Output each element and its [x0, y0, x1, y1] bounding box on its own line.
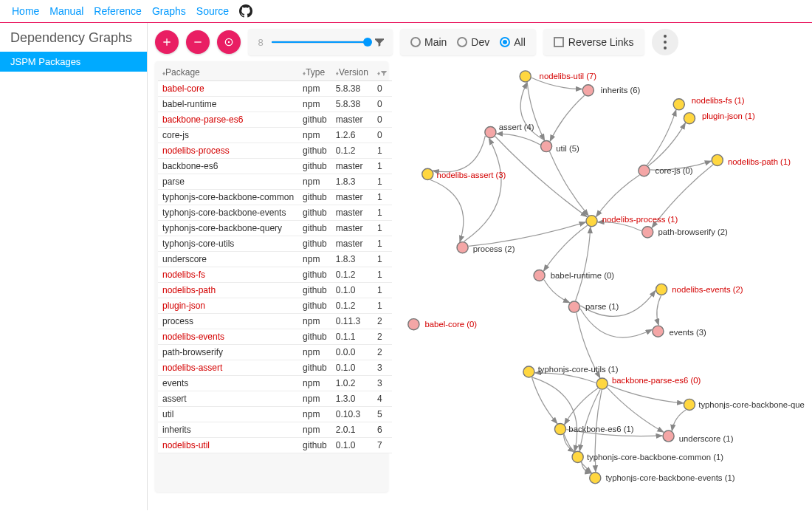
- table-row[interactable]: babel-corenpm5.8.380: [158, 81, 392, 97]
- nav-reference[interactable]: Reference: [94, 5, 142, 17]
- zoom-out-button[interactable]: [186, 30, 210, 54]
- graph-node[interactable]: babel-runtime (0): [534, 270, 614, 281]
- svg-text:inherits (6): inherits (6): [601, 86, 641, 95]
- svg-text:nodelibs-util (7): nodelibs-util (7): [540, 72, 597, 80]
- graph-node[interactable]: assert (4): [485, 123, 534, 137]
- table-row[interactable]: processnpm0.11.32: [158, 314, 392, 329]
- reset-button[interactable]: [217, 30, 241, 54]
- cell-type: npm: [298, 252, 331, 267]
- nav-manual[interactable]: Manual: [49, 5, 83, 17]
- table-row[interactable]: nodelibs-eventsgithub0.1.12: [158, 329, 392, 345]
- graph-node[interactable]: events (3): [653, 326, 706, 337]
- svg-text:util (5): util (5): [556, 144, 579, 153]
- depth-slider[interactable]: [272, 41, 368, 44]
- svg-point-42: [554, 424, 565, 435]
- cell-type: npm: [298, 174, 331, 190]
- graph-node[interactable]: babel-core (0): [408, 319, 477, 330]
- graph-node[interactable]: parse (1): [568, 301, 619, 312]
- graph-node[interactable]: underscore (1): [663, 431, 734, 443]
- svg-text:typhonjs-core-backbone-events : typhonjs-core-backbone-events (1): [605, 473, 734, 482]
- table-row[interactable]: core-jsnpm1.2.60: [158, 128, 392, 143]
- cell-package: typhonjs-core-backbone-common: [158, 190, 298, 205]
- github-icon[interactable]: [239, 4, 252, 18]
- cell-package: nodelibs-fs: [158, 267, 298, 283]
- table-row[interactable]: nodelibs-fsgithub0.1.21: [158, 267, 392, 283]
- table-row[interactable]: typhonjs-core-utilsgithubmaster1: [158, 236, 392, 252]
- cell-version: 1.8.3: [331, 252, 373, 267]
- graph-node[interactable]: backbone-es6 (1): [554, 424, 633, 435]
- svg-text:babel-core (0): babel-core (0): [425, 320, 478, 329]
- scope-main[interactable]: Main: [410, 36, 447, 48]
- graph-node[interactable]: nodelibs-assert (3): [422, 168, 506, 179]
- cell-package: parse: [158, 174, 298, 190]
- table-row[interactable]: backbone-parse-es6githubmaster0: [158, 112, 392, 128]
- cell-type: github: [298, 267, 331, 283]
- svg-text:parse (1): parse (1): [585, 302, 619, 311]
- col-version[interactable]: ♦Version: [331, 64, 373, 81]
- table-row[interactable]: typhonjs-core-backbone-querygithubmaster…: [158, 221, 392, 236]
- more-menu-button[interactable]: [652, 29, 678, 55]
- table-row[interactable]: inheritsnpm2.0.16: [158, 422, 392, 438]
- graph-node[interactable]: core-js (0): [639, 165, 693, 176]
- svg-point-2: [520, 71, 531, 82]
- col-type[interactable]: ♦Type: [298, 64, 331, 81]
- cell-type: github: [298, 329, 331, 345]
- table-row[interactable]: eventsnpm1.0.23: [158, 376, 392, 391]
- cell-count: 1: [373, 221, 392, 236]
- scope-all[interactable]: All: [500, 36, 526, 48]
- graph-node[interactable]: util (5): [541, 140, 580, 152]
- cell-count: 0: [373, 81, 392, 97]
- table-row[interactable]: typhonjs-core-backbone-eventsgithubmaste…: [158, 205, 392, 221]
- graph-node[interactable]: nodelibs-events (2): [656, 284, 743, 295]
- dependency-graph[interactable]: nodelibs-util (7)inherits (6)nodelibs-fs…: [393, 61, 805, 492]
- table-row[interactable]: typhonjs-core-backbone-commongithubmaste…: [158, 190, 392, 205]
- scope-dev[interactable]: Dev: [457, 36, 489, 48]
- nav-graphs[interactable]: Graphs: [152, 5, 186, 17]
- graph-node[interactable]: process (2): [457, 242, 515, 253]
- graph-node[interactable]: nodelibs-process (1): [586, 215, 678, 227]
- table-row[interactable]: plugin-jsongithub0.1.21: [158, 298, 392, 314]
- cell-package: assert: [158, 391, 298, 407]
- graph-node[interactable]: path-browserify (2): [642, 227, 728, 238]
- table-row[interactable]: nodelibs-assertgithub0.1.03: [158, 360, 392, 376]
- cell-type: github: [298, 298, 331, 314]
- graph-node[interactable]: typhonjs-core-backbone-common (1): [572, 451, 723, 462]
- cell-count: 2: [373, 314, 392, 329]
- cell-version: 0.1.2: [331, 143, 373, 159]
- graph-node[interactable]: typhonjs-core-backbone-query (1): [684, 399, 805, 410]
- table-row[interactable]: utilnpm0.10.35: [158, 407, 392, 422]
- svg-text:assert (4): assert (4): [499, 123, 534, 131]
- cell-package: nodelibs-path: [158, 283, 298, 298]
- sidebar-item-jspm-packages[interactable]: JSPM Packages: [0, 52, 147, 72]
- svg-point-46: [572, 451, 583, 462]
- col-package[interactable]: ♦Package: [158, 64, 298, 81]
- nav-source[interactable]: Source: [196, 5, 229, 17]
- svg-point-30: [568, 301, 579, 312]
- cell-type: github: [298, 143, 331, 159]
- table-row[interactable]: underscorenpm1.8.31: [158, 252, 392, 267]
- table-row[interactable]: nodelibs-pathgithub0.1.01: [158, 283, 392, 298]
- graph-node[interactable]: nodelibs-util (7): [520, 71, 596, 82]
- reverse-links-checkbox[interactable]: Reverse Links: [554, 36, 634, 48]
- graph-node[interactable]: backbone-parse-es6 (0): [596, 376, 701, 390]
- graph-node[interactable]: inherits (6): [582, 85, 640, 96]
- graph-node[interactable]: nodelibs-path (1): [712, 154, 791, 165]
- cell-type: github: [298, 205, 331, 221]
- graph-node[interactable]: typhonjs-core-backbone-events (1): [590, 473, 735, 484]
- table-row[interactable]: parsenpm1.8.31: [158, 174, 392, 190]
- cell-version: 0.10.3: [331, 407, 373, 422]
- plus-icon: [161, 36, 173, 48]
- cell-count: 2: [373, 329, 392, 345]
- table-row[interactable]: assertnpm1.3.04: [158, 391, 392, 407]
- col-count[interactable]: ♦: [373, 64, 392, 81]
- graph-node[interactable]: plugin-json (1): [684, 112, 755, 124]
- table-row[interactable]: path-browserifynpm0.0.02: [158, 345, 392, 360]
- zoom-in-button[interactable]: [155, 30, 179, 54]
- cell-version: 0.1.2: [331, 298, 373, 314]
- table-row[interactable]: nodelibs-utilgithub0.1.07: [158, 438, 392, 453]
- graph-node[interactable]: nodelibs-fs (1): [673, 96, 745, 110]
- table-row[interactable]: backbone-es6githubmaster1: [158, 159, 392, 174]
- nav-home[interactable]: Home: [12, 5, 39, 17]
- table-row[interactable]: nodelibs-processgithub0.1.21: [158, 143, 392, 159]
- table-row[interactable]: babel-runtimenpm5.8.380: [158, 97, 392, 112]
